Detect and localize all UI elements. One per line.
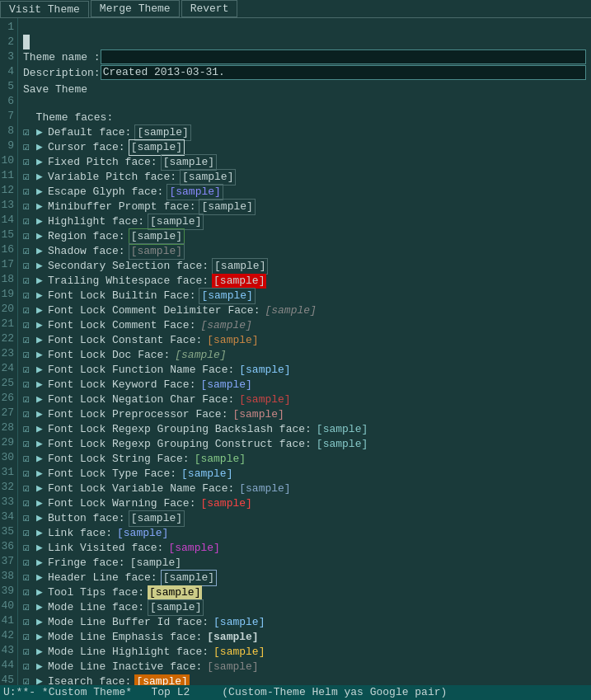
face-checkbox-negation[interactable]: ☑ bbox=[23, 392, 36, 407]
face-arrow-varname[interactable]: ▶ bbox=[36, 482, 48, 496]
face-checkbox-link-visited[interactable]: ☑ bbox=[23, 541, 36, 556]
face-arrow-builtin[interactable]: ▶ bbox=[36, 289, 48, 303]
face-arrow-modeline[interactable]: ▶ bbox=[36, 600, 48, 615]
face-arrow-modeline-bufid[interactable]: ▶ bbox=[36, 615, 48, 630]
theme-name-input[interactable] bbox=[101, 49, 586, 64]
face-arrow-doc[interactable]: ▶ bbox=[36, 348, 48, 363]
face-checkbox-highlight[interactable]: ☑ bbox=[23, 214, 36, 229]
face-arrow-preprocessor[interactable]: ▶ bbox=[36, 407, 48, 422]
face-checkbox-variable[interactable]: ☑ bbox=[23, 170, 36, 185]
face-checkbox-string[interactable]: ☑ bbox=[23, 452, 36, 467]
face-arrow-tooltip[interactable]: ▶ bbox=[36, 585, 48, 600]
face-arrow-cursor[interactable]: ▶ bbox=[36, 140, 48, 155]
face-checkbox-fixed[interactable]: ☑ bbox=[23, 155, 36, 170]
face-sample-regexp-back[interactable]: [sample] bbox=[315, 422, 369, 437]
face-sample-modeline-highlight[interactable]: [sample] bbox=[212, 645, 266, 660]
face-arrow-comment-delim[interactable]: ▶ bbox=[36, 303, 48, 318]
face-arrow-warning[interactable]: ▶ bbox=[36, 496, 48, 511]
save-theme-button[interactable]: Save Theme bbox=[23, 82, 87, 97]
face-sample-preprocessor[interactable]: [sample] bbox=[231, 407, 285, 422]
face-checkbox-secondary[interactable]: ☑ bbox=[23, 259, 36, 274]
face-arrow-regexp-construct[interactable]: ▶ bbox=[36, 437, 48, 452]
face-checkbox-header-line[interactable]: ☑ bbox=[23, 571, 36, 585]
face-arrow-escape[interactable]: ▶ bbox=[36, 185, 48, 200]
face-arrow-trailing[interactable]: ▶ bbox=[36, 274, 48, 289]
face-arrow-modeline-inactive[interactable]: ▶ bbox=[36, 660, 48, 674]
face-sample-trailing[interactable]: [sample] bbox=[212, 274, 266, 289]
face-sample-secondary[interactable]: [sample] bbox=[212, 258, 268, 275]
face-checkbox-type[interactable]: ☑ bbox=[23, 467, 36, 482]
face-sample-modeline[interactable]: [sample] bbox=[148, 599, 204, 616]
face-checkbox-default[interactable]: ☑ bbox=[23, 125, 36, 140]
face-checkbox-comment-delim[interactable]: ☑ bbox=[23, 303, 36, 318]
face-arrow-link-visited[interactable]: ▶ bbox=[36, 541, 48, 556]
face-sample-doc[interactable]: [sample] bbox=[173, 348, 227, 363]
face-checkbox-modeline-inactive[interactable]: ☑ bbox=[23, 660, 36, 674]
face-sample-link[interactable]: [sample] bbox=[115, 526, 170, 541]
face-arrow-header-line[interactable]: ▶ bbox=[36, 571, 48, 585]
face-sample-keyword[interactable]: [sample] bbox=[199, 378, 253, 392]
face-checkbox-link[interactable]: ☑ bbox=[23, 526, 36, 541]
face-arrow-negation[interactable]: ▶ bbox=[36, 392, 48, 407]
face-sample-comment[interactable]: [sample] bbox=[199, 318, 253, 333]
tab-visit-theme[interactable]: Visit Theme bbox=[0, 1, 89, 17]
face-sample-highlight[interactable]: [sample] bbox=[148, 214, 204, 230]
face-sample-header-line[interactable]: [sample] bbox=[161, 570, 217, 586]
face-arrow-link[interactable]: ▶ bbox=[36, 526, 48, 541]
face-sample-constant[interactable]: [sample] bbox=[205, 333, 260, 348]
face-checkbox-regexp-construct[interactable]: ☑ bbox=[23, 437, 36, 452]
face-sample-cursor[interactable]: [sample] bbox=[129, 139, 185, 156]
face-sample-default[interactable]: [sample] bbox=[134, 124, 190, 141]
face-sample-modeline-emph[interactable]: [sample] bbox=[205, 630, 260, 645]
face-sample-comment-delim[interactable]: [sample] bbox=[263, 303, 317, 318]
face-arrow-secondary[interactable]: ▶ bbox=[36, 259, 48, 274]
face-sample-string[interactable]: [sample] bbox=[193, 452, 247, 467]
tab-merge-theme[interactable]: Merge Theme bbox=[91, 0, 180, 17]
face-checkbox-comment[interactable]: ☑ bbox=[23, 318, 36, 333]
face-sample-builtin[interactable]: [sample] bbox=[199, 288, 255, 304]
face-arrow-keyword[interactable]: ▶ bbox=[36, 378, 48, 392]
face-checkbox-cursor[interactable]: ☑ bbox=[23, 140, 36, 155]
face-checkbox-doc[interactable]: ☑ bbox=[23, 348, 36, 363]
face-arrow-button[interactable]: ▶ bbox=[36, 511, 48, 526]
face-arrow-type[interactable]: ▶ bbox=[36, 467, 48, 482]
face-checkbox-region[interactable]: ☑ bbox=[23, 229, 36, 244]
face-sample-fringe[interactable]: [sample] bbox=[129, 556, 183, 571]
face-arrow-modeline-emph[interactable]: ▶ bbox=[36, 630, 48, 645]
face-checkbox-warning[interactable]: ☑ bbox=[23, 496, 36, 511]
face-arrow-constant[interactable]: ▶ bbox=[36, 333, 48, 348]
face-arrow-shadow[interactable]: ▶ bbox=[36, 244, 48, 259]
face-arrow-function[interactable]: ▶ bbox=[36, 363, 48, 378]
face-sample-button[interactable]: [sample] bbox=[129, 510, 185, 527]
face-arrow-fringe[interactable]: ▶ bbox=[36, 556, 48, 571]
face-arrow-fixed[interactable]: ▶ bbox=[36, 155, 48, 170]
face-checkbox-trailing[interactable]: ☑ bbox=[23, 274, 36, 289]
face-checkbox-modeline[interactable]: ☑ bbox=[23, 600, 36, 615]
face-arrow-highlight[interactable]: ▶ bbox=[36, 214, 48, 229]
face-sample-modeline-bufid[interactable]: [sample] bbox=[212, 615, 266, 630]
face-sample-tooltip[interactable]: [sample] bbox=[148, 585, 202, 600]
face-checkbox-fringe[interactable]: ☑ bbox=[23, 556, 36, 571]
face-sample-type[interactable]: [sample] bbox=[180, 467, 234, 482]
face-checkbox-keyword[interactable]: ☑ bbox=[23, 378, 36, 392]
face-checkbox-modeline-highlight[interactable]: ☑ bbox=[23, 645, 36, 660]
face-checkbox-function[interactable]: ☑ bbox=[23, 363, 36, 378]
face-checkbox-escape[interactable]: ☑ bbox=[23, 185, 36, 200]
face-arrow-string[interactable]: ▶ bbox=[36, 452, 48, 467]
face-sample-negation[interactable]: [sample] bbox=[237, 392, 292, 407]
face-sample-function[interactable]: [sample] bbox=[237, 363, 292, 378]
face-sample-regexp-construct[interactable]: [sample] bbox=[315, 437, 369, 452]
face-sample-shadow[interactable]: [sample] bbox=[129, 243, 185, 260]
face-sample-link-visited[interactable]: [sample] bbox=[167, 541, 221, 556]
face-arrow-regexp-back[interactable]: ▶ bbox=[36, 422, 48, 437]
face-checkbox-button[interactable]: ☑ bbox=[23, 511, 36, 526]
tab-revert[interactable]: Revert bbox=[181, 0, 238, 17]
face-sample-region[interactable]: [sample] bbox=[129, 228, 185, 245]
face-checkbox-modeline-bufid[interactable]: ☑ bbox=[23, 615, 36, 630]
face-checkbox-constant[interactable]: ☑ bbox=[23, 333, 36, 348]
face-checkbox-regexp-back[interactable]: ☑ bbox=[23, 422, 36, 437]
face-arrow-comment[interactable]: ▶ bbox=[36, 318, 48, 333]
face-arrow-variable[interactable]: ▶ bbox=[36, 170, 48, 185]
face-checkbox-shadow[interactable]: ☑ bbox=[23, 244, 36, 259]
face-arrow-modeline-highlight[interactable]: ▶ bbox=[36, 645, 48, 660]
